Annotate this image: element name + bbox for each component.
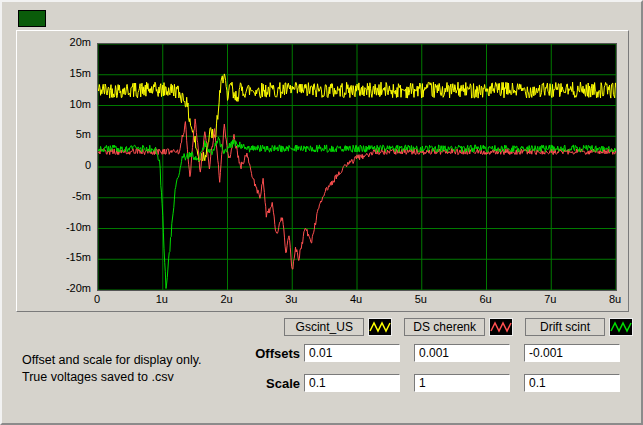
y-axis-tick: 0: [47, 159, 91, 171]
note-line-1: Offset and scale for display only.: [22, 352, 202, 369]
y-axis-tick: 15m: [47, 67, 91, 79]
waveform-plot-area: [97, 43, 617, 291]
legend-item-ds-cherenk[interactable]: DS cherenk: [404, 318, 513, 336]
x-axis-tick: 1u: [156, 293, 168, 305]
waveform-plot-svg: [98, 44, 616, 290]
y-axis-tick: -5m: [47, 190, 91, 202]
y-axis-tick: -20m: [47, 282, 91, 294]
x-axis-tick: 0: [94, 293, 100, 305]
y-axis-tick: -15m: [47, 251, 91, 263]
y-axis-tick: 10m: [47, 98, 91, 110]
y-axis-tick: -10m: [47, 221, 91, 233]
scale-label: Scale: [224, 376, 300, 391]
legend-label: Drift scint: [525, 318, 605, 336]
legend-item-gscint-us[interactable]: Gscint_US: [284, 318, 392, 336]
x-axis-tick: 8u: [609, 293, 621, 305]
scale-input-1[interactable]: [304, 374, 400, 392]
waveform-icon[interactable]: [489, 318, 513, 336]
x-axis-tick: 6u: [479, 293, 491, 305]
x-axis-tick: 3u: [285, 293, 297, 305]
offset-input-2[interactable]: [414, 344, 510, 362]
x-axis-tick: 4u: [350, 293, 362, 305]
waveform-graph-panel: 20m 15m 10m 5m 0 -5m -10m -15m -20m 0 1u…: [16, 30, 629, 312]
y-axis-tick: 5m: [47, 128, 91, 140]
x-axis-tick: 2u: [220, 293, 232, 305]
scale-input-3[interactable]: [524, 374, 620, 392]
waveform-icon[interactable]: [368, 318, 392, 336]
y-axis-tick: 20m: [47, 36, 91, 48]
plot-legend: Gscint_US DS cherenk Drift scint: [284, 318, 633, 336]
legend-label: DS cherenk: [404, 318, 485, 336]
offset-input-3[interactable]: [524, 344, 620, 362]
note-text: Offset and scale for display only. True …: [22, 352, 202, 386]
waveform-icon[interactable]: [609, 318, 633, 336]
decoration-green-box: [18, 10, 46, 27]
x-axis-tick: 7u: [544, 293, 556, 305]
scale-input-2[interactable]: [414, 374, 510, 392]
legend-label: Gscint_US: [284, 318, 364, 336]
offset-input-1[interactable]: [304, 344, 400, 362]
note-line-2: True voltages saved to .csv: [22, 369, 202, 386]
app-window: 20m 15m 10m 5m 0 -5m -10m -15m -20m 0 1u…: [0, 0, 643, 425]
x-axis-tick: 5u: [415, 293, 427, 305]
offsets-label: Offsets: [224, 346, 300, 361]
legend-item-drift-scint[interactable]: Drift scint: [525, 318, 633, 336]
